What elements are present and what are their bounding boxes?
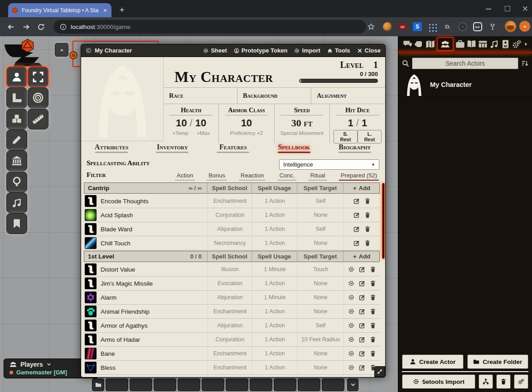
trash-icon[interactable] <box>364 198 371 204</box>
eye-extension-icon[interactable] <box>458 22 467 31</box>
reload-icon[interactable] <box>37 23 45 31</box>
spell-icon-scroll[interactable] <box>85 195 97 207</box>
url-bar[interactable]: localhost :30000/game <box>53 20 366 33</box>
macro-slot[interactable] <box>250 378 272 391</box>
macro-slot[interactable] <box>322 378 344 391</box>
spell-settings-icon[interactable] <box>348 336 354 343</box>
background-field[interactable]: Background <box>237 88 311 104</box>
sidebar-tab-journal[interactable] <box>467 39 476 49</box>
fork-extension-icon[interactable] <box>488 22 497 31</box>
cookie-extension-icon[interactable] <box>383 22 392 31</box>
edit-icon[interactable] <box>359 280 365 287</box>
tab-inventory[interactable]: Inventory <box>142 143 203 156</box>
actor-name[interactable]: My Character <box>430 81 472 88</box>
alignment-field[interactable]: Alignment <box>311 88 385 104</box>
spell-row[interactable]: Jim's Magic MissileEvocation1 ActionNone <box>84 277 380 291</box>
special-movement-button[interactable]: Special Movement <box>275 130 329 136</box>
spellcasting-ability-select[interactable]: Intelligence ▼ <box>279 159 379 170</box>
sidebar-collapse-button[interactable] <box>523 42 528 47</box>
filter-ritual[interactable]: Ritual <box>308 172 327 181</box>
tab-biography[interactable]: Biography <box>324 143 385 156</box>
macro-folder-button[interactable] <box>92 378 104 391</box>
spell-settings-icon[interactable] <box>348 294 354 301</box>
sidebar-tab-combat[interactable] <box>414 39 424 49</box>
spell-name[interactable]: Arms of Hadar <box>101 336 140 343</box>
grid-extension-icon[interactable] <box>428 22 437 32</box>
spell-icon-scroll[interactable] <box>85 320 97 331</box>
spell-row[interactable]: Blade WardAbjuration1 ActionSelf <box>84 222 380 236</box>
trash-icon[interactable] <box>370 294 376 301</box>
spell-icon-scroll[interactable] <box>85 223 97 235</box>
sidebar-tab-tables[interactable] <box>478 39 488 49</box>
ublock-extension-icon[interactable]: U0 <box>398 22 407 31</box>
macro-slot[interactable] <box>298 378 320 391</box>
trash-icon[interactable] <box>370 350 376 357</box>
spell-settings-icon[interactable] <box>348 350 354 357</box>
hd-max[interactable]: 1 <box>362 117 367 129</box>
spell-row[interactable]: Arms of HadarConjuration1 Action10 Feet … <box>84 333 380 347</box>
lighting-tools-button[interactable] <box>6 172 27 192</box>
actor-list-item[interactable]: My Character <box>398 72 532 97</box>
token-controls-button[interactable] <box>6 67 27 87</box>
window-close-icon[interactable] <box>522 5 528 12</box>
add-spell-button[interactable]: Add <box>343 183 379 193</box>
spell-name[interactable]: Alarm <box>101 294 116 301</box>
create-folder-button[interactable]: Create Folder <box>467 354 529 369</box>
tools-button[interactable]: Tools <box>327 47 350 54</box>
site-info-icon[interactable] <box>60 24 67 30</box>
spell-settings-icon[interactable] <box>348 266 354 272</box>
spell-settings-icon[interactable] <box>348 280 354 287</box>
sheet-titlebar[interactable]: My Character SheetPrototype TokenImportT… <box>81 44 385 57</box>
import-button[interactable]: Import <box>294 47 320 54</box>
sheet-button[interactable]: Sheet <box>203 47 227 54</box>
macro-slot[interactable] <box>130 378 152 391</box>
spell-list-scrollbar[interactable] <box>382 183 385 259</box>
long-rest-button[interactable]: L. Rest <box>358 130 382 143</box>
sidebar-tab-scenes[interactable] <box>426 39 435 49</box>
notes-tools-button[interactable] <box>6 213 27 234</box>
macro-slot[interactable] <box>154 378 176 391</box>
filter-conc-[interactable]: Conc. <box>277 172 296 181</box>
dashlane-extension-icon[interactable]: D. <box>443 22 452 31</box>
hotbar-page-down-button[interactable] <box>347 378 358 391</box>
macro-slot[interactable] <box>274 378 296 391</box>
add-spell-button[interactable]: Add <box>343 251 379 262</box>
ac-value[interactable]: 10 <box>219 117 274 129</box>
macro-slot[interactable] <box>202 378 224 391</box>
level-value[interactable]: 1 <box>373 60 378 70</box>
sidebar-tab-playlists[interactable] <box>489 39 499 49</box>
spell-name[interactable]: Encode Thoughts <box>101 198 149 205</box>
macro-slot[interactable] <box>226 378 248 391</box>
spell-name[interactable]: Bane <box>101 350 115 357</box>
spell-name[interactable]: Bless <box>101 364 116 371</box>
window-maximize-icon[interactable] <box>505 6 510 11</box>
temp-hp-button[interactable]: +Temp <box>172 130 188 136</box>
folder-tree-button[interactable] <box>479 374 493 389</box>
shortkeys-extension-icon[interactable]: S <box>413 22 422 31</box>
wall-tools-button[interactable] <box>6 150 27 171</box>
spell-icon-chill-touch[interactable] <box>85 237 97 249</box>
macro-slot[interactable] <box>178 378 200 391</box>
trash-icon[interactable] <box>364 226 371 232</box>
character-name[interactable]: My Character <box>174 69 273 86</box>
sidebar-tab-settings[interactable] <box>512 39 522 49</box>
sidebar-tab-actors[interactable] <box>437 37 454 51</box>
spell-name[interactable]: Acid Splash <box>101 212 133 219</box>
search-input[interactable] <box>412 57 518 69</box>
edit-icon[interactable] <box>353 226 360 232</box>
new-tab-button[interactable]: + <box>116 4 128 16</box>
sound-tools-button[interactable] <box>6 192 27 213</box>
trash-icon[interactable] <box>370 308 376 315</box>
edit-icon[interactable] <box>359 308 365 315</box>
sort-icon[interactable] <box>521 60 528 67</box>
5etools-import-button[interactable]: 5etools Import <box>402 374 475 389</box>
edit-icon[interactable] <box>359 294 365 301</box>
section-slots[interactable]: 0 / 0 <box>190 253 207 260</box>
prototype-token-button[interactable]: Prototype Token <box>234 47 288 54</box>
hp-current[interactable]: 10 <box>176 117 187 129</box>
browser-update-button[interactable] <box>519 21 530 32</box>
bookmark-star-icon[interactable] <box>368 23 375 30</box>
tab-spellbook[interactable]: Spellbook <box>264 143 324 156</box>
dice-tool-button[interactable] <box>6 109 27 129</box>
spell-name[interactable]: Animal Friendship <box>101 308 150 315</box>
